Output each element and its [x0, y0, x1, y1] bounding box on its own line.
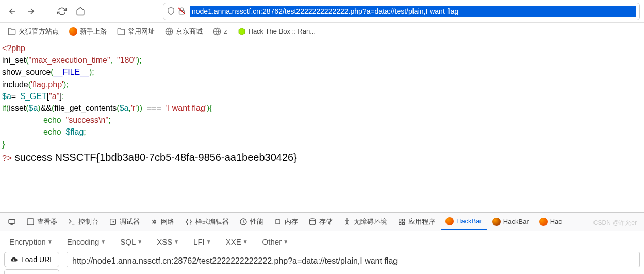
reload-button[interactable]: [54, 3, 70, 20]
tab-network[interactable]: 网络: [145, 214, 179, 230]
globe-icon: [165, 27, 173, 36]
tab-application[interactable]: 应用程序: [393, 214, 440, 230]
firefox-icon: [539, 218, 548, 226]
svg-rect-17: [402, 219, 404, 221]
bookmark-label: z: [224, 27, 227, 35]
menu-other[interactable]: Other▼: [259, 235, 291, 248]
svg-rect-11: [276, 220, 280, 224]
hackbar-panel: Encryption▼ Encoding▼ SQL▼ XSS▼ LFI▼ XXE…: [0, 231, 644, 274]
svg-rect-18: [399, 222, 401, 224]
tab-style[interactable]: 样式编辑器: [180, 214, 234, 230]
bookmark-label: Hack The Box :: Ran...: [249, 27, 316, 35]
bookmark-label: 新手上路: [80, 27, 107, 36]
bookmark-label: 火狐官方站点: [19, 27, 59, 36]
svg-point-14: [310, 219, 316, 221]
tab-storage[interactable]: 存储: [304, 214, 337, 230]
bookmarks-bar: 火狐官方站点 新手上路 常用网址 京东商城 z Hack The Box :: …: [0, 23, 644, 40]
menu-lfi[interactable]: LFI▼: [190, 235, 214, 248]
hackbar-url-input[interactable]: http://node1.anna.nssctf.cn:28762/test22…: [67, 252, 640, 267]
tab-hackbar3[interactable]: Hac: [535, 215, 567, 229]
bookmark-label: 京东商城: [176, 27, 203, 36]
box-icon: [238, 27, 246, 36]
svg-rect-5: [27, 219, 34, 225]
tab-debugger[interactable]: 调试器: [104, 214, 144, 230]
watermark: CSDN @许允er: [593, 219, 637, 228]
folder-icon: [117, 27, 125, 36]
back-button[interactable]: [4, 3, 21, 20]
bookmark-item[interactable]: Hack The Box :: Ran...: [234, 25, 320, 38]
devtools-tabs: 查看器 控制台 调试器 网络 样式编辑器 性能 内存 存储 无障碍环境 应用程序…: [0, 212, 644, 231]
bookmark-item[interactable]: 京东商城: [161, 25, 206, 38]
firefox-icon: [492, 218, 501, 226]
cloud-download-icon: [10, 256, 18, 263]
devtools-picker[interactable]: [3, 215, 21, 229]
home-button[interactable]: [72, 3, 89, 20]
lock-strike-icon: [177, 7, 186, 15]
result-output: success NSSCTF{1bdb3a80-7cb5-48fa-9856-a…: [12, 152, 297, 163]
bookmark-item[interactable]: 常用网址: [113, 25, 158, 38]
svg-rect-4: [9, 219, 15, 223]
svg-rect-19: [402, 222, 404, 224]
bookmark-label: 常用网址: [128, 27, 155, 36]
bookmark-item[interactable]: z: [209, 25, 231, 38]
tab-inspector[interactable]: 查看器: [22, 214, 62, 230]
url-bar[interactable]: node1.anna.nssctf.cn:28762/test222222222…: [163, 3, 640, 20]
tab-performance[interactable]: 性能: [235, 214, 268, 230]
tab-console[interactable]: 控制台: [63, 214, 103, 230]
firefox-icon: [445, 217, 454, 225]
menu-sql[interactable]: SQL▼: [117, 235, 145, 248]
tab-hackbar-blue[interactable]: HackBar: [441, 214, 487, 230]
split-url-button[interactable]: Split URL: [4, 269, 59, 274]
svg-rect-7: [110, 219, 116, 224]
tab-hackbar2[interactable]: HackBar: [488, 215, 534, 229]
url-text[interactable]: node1.anna.nssctf.cn:28762/test222222222…: [190, 6, 636, 17]
menu-encoding[interactable]: Encoding▼: [64, 235, 109, 248]
folder-icon: [8, 27, 16, 36]
menu-xxe[interactable]: XXE▼: [223, 235, 251, 248]
shield-icon: [167, 7, 175, 15]
tab-accessibility[interactable]: 无障碍环境: [338, 214, 392, 230]
load-url-button[interactable]: Load URL: [4, 252, 59, 267]
firefox-icon: [69, 27, 77, 36]
globe-icon: [213, 27, 221, 36]
bookmark-item[interactable]: 火狐官方站点: [4, 25, 62, 38]
tab-memory[interactable]: 内存: [269, 214, 303, 230]
svg-rect-16: [399, 219, 401, 221]
svg-point-15: [346, 219, 348, 220]
menu-xss[interactable]: XSS▼: [154, 235, 182, 248]
page-content: <?php ini_set("max_execution_time", "180…: [0, 40, 644, 167]
forward-button[interactable]: [23, 3, 39, 20]
menu-encryption[interactable]: Encryption▼: [6, 235, 56, 248]
bookmark-item[interactable]: 新手上路: [65, 25, 110, 38]
